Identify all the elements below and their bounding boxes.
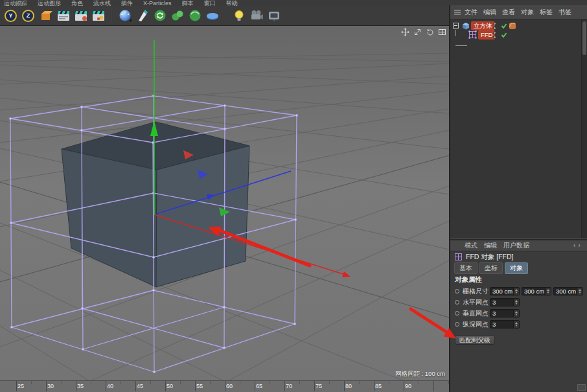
spinner[interactable]	[577, 288, 582, 295]
menu-help[interactable]: 帮助	[226, 0, 238, 6]
expand-collapse-toggle[interactable]	[453, 23, 459, 29]
subdivision-surface-button[interactable]	[117, 8, 133, 24]
keyframe-circle[interactable]	[455, 311, 459, 316]
button-row: 匹配到父级	[455, 333, 495, 345]
visibility-toggles[interactable]	[493, 22, 496, 30]
om-menu-object[interactable]: 对象	[521, 8, 534, 17]
cube-object-icon	[461, 21, 470, 30]
om-scrollbar-thumb[interactable]	[582, 21, 586, 55]
am-menu-edit[interactable]: 编辑	[484, 241, 497, 250]
camera-button[interactable]	[248, 8, 264, 24]
generator-button[interactable]	[187, 8, 203, 24]
ruler-number: 75	[316, 383, 322, 389]
am-menu-mode[interactable]: 模式	[465, 241, 478, 250]
panel-menu-icon[interactable]	[454, 9, 461, 16]
menu-plugins[interactable]: 插件	[121, 0, 133, 6]
spinner[interactable]	[513, 321, 519, 328]
om-menu-bookmarks[interactable]: 书签	[558, 8, 571, 17]
property-rows: 栅格尺寸 300 cm 300 cm 300 cm 水平网点 3 垂直网点 3 …	[450, 286, 587, 330]
spinner[interactable]	[513, 288, 519, 295]
toggle-views-icon[interactable]	[438, 28, 446, 36]
render-view-button[interactable]	[55, 8, 71, 24]
axis-x-arrow	[342, 271, 351, 277]
keyframe-circle[interactable]	[455, 300, 459, 305]
match-to-parent-button[interactable]: 匹配到父级	[455, 335, 495, 345]
menu-window[interactable]: 窗口	[204, 0, 216, 6]
object-label-cube[interactable]: 立方体	[471, 21, 495, 30]
horizontal-ruler: 25 30 35 40 45 50 55 60 65 70 75 80 85 9…	[0, 380, 449, 392]
render-picture-viewer-button[interactable]	[73, 8, 89, 24]
grid-size-z-field[interactable]: 300 cm	[553, 287, 583, 295]
object-manager[interactable]: 立方体 FFD	[450, 19, 587, 238]
horizontal-points-field[interactable]: 3	[490, 298, 520, 306]
menu-script[interactable]: 脚本	[182, 0, 194, 6]
menu-xparticles[interactable]: X-Particles	[143, 0, 172, 6]
phong-tag-icon[interactable]	[509, 22, 516, 30]
generator-icon	[188, 8, 202, 23]
cube-object[interactable]	[62, 122, 249, 287]
pan-icon[interactable]	[401, 28, 409, 36]
ruler-number: 60	[226, 383, 233, 389]
menu-mograph[interactable]: 运动图形	[38, 0, 61, 6]
optimize-icon	[153, 8, 167, 23]
viewport-nav	[401, 28, 446, 36]
enabled-check-icon[interactable]	[501, 23, 507, 29]
spinner[interactable]	[513, 299, 519, 306]
property-horizontal-points: 水平网点 3	[450, 297, 587, 308]
object-row-ffd[interactable]: FFD	[450, 30, 581, 40]
tab-coordinates[interactable]: 坐标	[479, 262, 503, 274]
metaball-button[interactable]	[169, 8, 185, 24]
coordinate-tool-button[interactable]	[38, 8, 54, 24]
render-settings-button[interactable]	[90, 8, 106, 24]
om-menu-view[interactable]: 查看	[502, 8, 515, 17]
ffd-object-icon	[468, 30, 477, 39]
spinner[interactable]	[545, 288, 551, 295]
light-button[interactable]	[231, 8, 247, 24]
om-menu-file[interactable]: 文件	[465, 8, 478, 17]
viewport[interactable]: 网格间距 : 100 cm	[0, 26, 449, 380]
section-object-properties[interactable]: 对象属性	[450, 274, 587, 286]
om-scrollbar[interactable]	[581, 19, 587, 238]
toolbar-separator	[225, 8, 226, 23]
tab-basic[interactable]: 基本	[454, 262, 478, 274]
z-button[interactable]: Z	[20, 8, 36, 24]
keyframe-circle[interactable]	[455, 322, 459, 327]
am-menu-userdata[interactable]: 用户数据	[503, 241, 529, 250]
property-label: 栅格尺寸	[463, 287, 490, 296]
attribute-tabs: 基本 坐标 对象	[450, 262, 587, 274]
tab-object[interactable]: 对象	[505, 262, 528, 274]
enabled-check-icon[interactable]	[501, 32, 507, 38]
property-label: 垂直网点	[463, 309, 490, 318]
menu-pipeline[interactable]: 流水线	[93, 0, 111, 6]
spline-pen-button[interactable]	[134, 8, 150, 24]
resize-grip[interactable]	[577, 384, 586, 391]
zoom-icon[interactable]	[413, 28, 422, 36]
om-menu-tags[interactable]: 标签	[540, 8, 553, 17]
visibility-toggles[interactable]	[493, 31, 496, 39]
depth-points-field[interactable]: 3	[490, 320, 520, 329]
property-grid-size: 栅格尺寸 300 cm 300 cm 300 cm	[450, 286, 587, 297]
ruler-number: 35	[77, 383, 84, 389]
toolbar-separator	[111, 8, 112, 23]
menu-motion-tracker[interactable]: 运动跟踪	[4, 0, 27, 6]
menu-character[interactable]: 角色	[71, 0, 83, 6]
keyframe-circle[interactable]	[455, 289, 459, 294]
om-menu-edit[interactable]: 编辑	[483, 8, 496, 17]
ruler-number: 80	[345, 383, 352, 389]
spinner[interactable]	[513, 310, 519, 317]
ruler-minor-ticks	[31, 381, 449, 384]
ffd-cage[interactable]	[10, 96, 297, 372]
history-arrows[interactable]: ‹›	[573, 241, 583, 249]
grid-size-x-field[interactable]: 300 cm	[490, 287, 520, 295]
grid-size-y-field[interactable]: 300 cm	[522, 287, 551, 295]
rotate-icon[interactable]	[426, 28, 434, 36]
render-settings-icon	[91, 8, 106, 23]
subdivision-surface-icon	[118, 8, 132, 23]
y-button[interactable]: Y	[3, 8, 19, 24]
floor-button[interactable]	[204, 8, 220, 24]
vertical-points-field[interactable]: 3	[490, 309, 520, 317]
optimize-button[interactable]	[152, 8, 168, 24]
stage-icon	[267, 8, 281, 23]
object-row-cube[interactable]: 立方体	[450, 21, 581, 30]
stage-button[interactable]	[266, 8, 282, 24]
